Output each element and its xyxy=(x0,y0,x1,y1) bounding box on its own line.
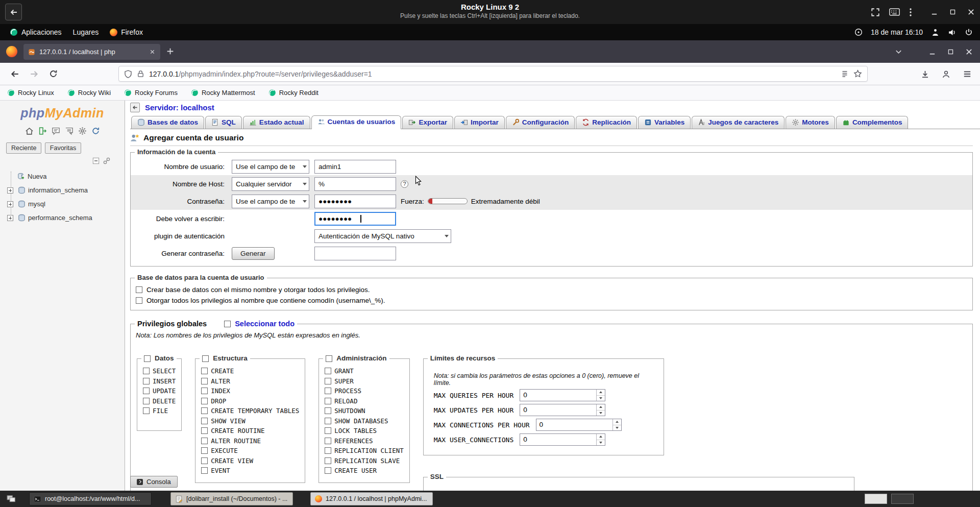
refresh-icon[interactable] xyxy=(91,127,100,135)
tab-variables[interactable]: Variables xyxy=(638,116,691,129)
username-input[interactable] xyxy=(314,160,396,174)
nav-back-button[interactable] xyxy=(10,69,19,79)
taskbar-window-terminal[interactable]: root@localhost:/var/www/html/d... xyxy=(29,492,152,505)
privilege-item[interactable]: REPLICATION CLIENT xyxy=(325,446,403,456)
checkbox-icon[interactable] xyxy=(325,447,331,454)
checkbox-icon[interactable] xyxy=(325,398,331,404)
retype-password-input[interactable] xyxy=(314,212,396,226)
browser-maximize-icon[interactable] xyxy=(947,49,954,55)
checkbox-icon[interactable] xyxy=(201,378,208,384)
bookmark-rocky-mattermost[interactable]: Rocky Mattermost xyxy=(191,89,255,96)
taskbar-window-firefox[interactable]: 127.0.0.1 / localhost | phpMyAdmi... xyxy=(310,492,433,505)
taskbar-window-editor[interactable]: [dolibarr_install (~/Documentos) - ... xyxy=(170,492,293,505)
group-checkbox[interactable] xyxy=(202,355,209,362)
list-all-tabs-button[interactable] xyxy=(895,48,902,56)
spinner-buttons[interactable] xyxy=(596,390,605,401)
checkbox-icon[interactable] xyxy=(325,418,331,424)
checkbox-icon[interactable] xyxy=(325,378,331,384)
tab-plugins[interactable]: Complementos xyxy=(836,116,909,129)
privilege-item[interactable]: CREATE USER xyxy=(325,466,403,476)
privilege-item[interactable]: GRANT xyxy=(325,366,403,376)
checkbox-icon[interactable] xyxy=(143,398,150,404)
privilege-item[interactable]: SELECT xyxy=(143,366,176,376)
auth-plugin-select[interactable]: Autenticación de MySQL nativo xyxy=(314,229,451,243)
checkbox-icon[interactable] xyxy=(201,438,208,444)
checkbox-icon[interactable] xyxy=(143,378,150,384)
favorite-tables-button[interactable]: Favoritas xyxy=(45,142,81,154)
checkbox-icon[interactable] xyxy=(136,297,142,304)
account-icon[interactable] xyxy=(942,70,950,79)
workspace-switcher-active[interactable] xyxy=(865,494,887,504)
tab-status[interactable]: Estado actual xyxy=(243,116,310,129)
browser-minimize-icon[interactable] xyxy=(928,48,936,56)
checkbox-icon[interactable] xyxy=(201,398,208,404)
privilege-item[interactable]: SHOW DATABASES xyxy=(325,416,403,426)
privilege-item[interactable]: ALTER xyxy=(201,376,299,387)
privilege-item[interactable]: LOCK TABLES xyxy=(325,426,403,436)
privilege-item[interactable]: SHUTDOWN xyxy=(325,406,403,416)
checkbox-icon[interactable] xyxy=(325,467,331,474)
privilege-item[interactable]: INDEX xyxy=(201,386,299,396)
spinner-buttons[interactable] xyxy=(596,434,605,445)
expand-plus-icon[interactable] xyxy=(7,187,13,194)
privilege-item[interactable]: ALTER ROUTINE xyxy=(201,436,299,446)
recent-tables-button[interactable]: Reciente xyxy=(6,142,41,154)
vm-back-button[interactable] xyxy=(5,4,22,20)
clock[interactable]: 18 de mar 16:10 xyxy=(871,28,923,36)
status-indicator-icon[interactable] xyxy=(854,28,863,36)
generated-password-input[interactable] xyxy=(314,247,396,260)
checkbox-icon[interactable] xyxy=(201,457,208,464)
tab-databases[interactable]: Bases de datos xyxy=(131,116,204,129)
checkbox-icon[interactable] xyxy=(201,368,208,374)
checkbox-icon[interactable] xyxy=(325,368,331,374)
firefox-app-menu[interactable]: Firefox xyxy=(104,24,149,40)
pma-docs-icon[interactable] xyxy=(52,127,60,135)
volume-icon[interactable] xyxy=(948,28,957,37)
show-desktop-button[interactable] xyxy=(6,494,16,503)
privilege-item[interactable]: SUPER xyxy=(325,376,403,387)
group-checkbox[interactable] xyxy=(144,355,151,362)
vm-close-icon[interactable] xyxy=(967,8,975,16)
tab-export[interactable]: Exportar xyxy=(402,116,453,129)
checkbox-icon[interactable] xyxy=(201,427,208,434)
tree-item-performance-schema[interactable]: performance_schema xyxy=(0,211,125,225)
privilege-item[interactable]: SHOW VIEW xyxy=(201,416,299,426)
bookmark-rocky-wiki[interactable]: Rocky Wiki xyxy=(67,89,111,96)
collapse-all-icon[interactable] xyxy=(92,157,100,164)
privilege-item[interactable]: CREATE xyxy=(201,366,299,376)
max-user-connections-input[interactable]: 0 xyxy=(520,433,605,446)
checkbox-icon[interactable] xyxy=(143,388,150,394)
host-type-select[interactable]: Cualquier servidor xyxy=(232,177,309,191)
checkbox-icon[interactable] xyxy=(201,447,208,454)
checkbox-icon[interactable] xyxy=(201,467,208,474)
browser-close-icon[interactable] xyxy=(965,48,973,56)
grant-wildcard-option[interactable]: Otorgar todos los privilegios al nombre … xyxy=(131,295,972,306)
kebab-menu-icon[interactable] xyxy=(909,8,912,17)
tab-close-icon[interactable] xyxy=(149,49,156,55)
create-db-option[interactable]: Crear base de datos con el mismo nombre … xyxy=(131,284,972,295)
privilege-item[interactable]: RELOAD xyxy=(325,396,403,406)
privilege-item[interactable]: INSERT xyxy=(143,376,176,387)
checkbox-icon[interactable] xyxy=(201,407,208,414)
generate-button[interactable]: Generar xyxy=(232,247,275,260)
spinner-buttons[interactable] xyxy=(612,419,621,430)
max-updates-input[interactable]: 0 xyxy=(520,404,605,416)
privilege-item[interactable]: EXECUTE xyxy=(201,446,299,456)
bookmark-rocky-linux[interactable]: Rocky Linux xyxy=(7,89,54,96)
fullscreen-icon[interactable] xyxy=(871,8,880,17)
checkbox-icon[interactable] xyxy=(201,418,208,424)
hide-navigation-button[interactable] xyxy=(130,103,140,112)
console-button[interactable]: Consola xyxy=(130,476,178,488)
browser-tab[interactable]: 127.0.0.1 / localhost | php xyxy=(23,44,160,60)
select-all-link[interactable]: Seleccionar todo xyxy=(235,320,295,328)
max-connections-input[interactable]: 0 xyxy=(536,419,622,431)
help-icon[interactable]: ? xyxy=(401,180,408,188)
privilege-item[interactable]: REFERENCES xyxy=(325,436,403,446)
checkbox-icon[interactable] xyxy=(143,407,150,414)
expand-plus-icon[interactable] xyxy=(7,201,13,207)
tab-user-accounts[interactable]: Cuentas de usuarios xyxy=(311,115,402,129)
tab-import[interactable]: Importar xyxy=(454,116,505,129)
tab-settings[interactable]: Configuración xyxy=(506,116,575,129)
spinner-buttons[interactable] xyxy=(596,404,605,416)
link-panel-icon[interactable] xyxy=(103,157,110,164)
